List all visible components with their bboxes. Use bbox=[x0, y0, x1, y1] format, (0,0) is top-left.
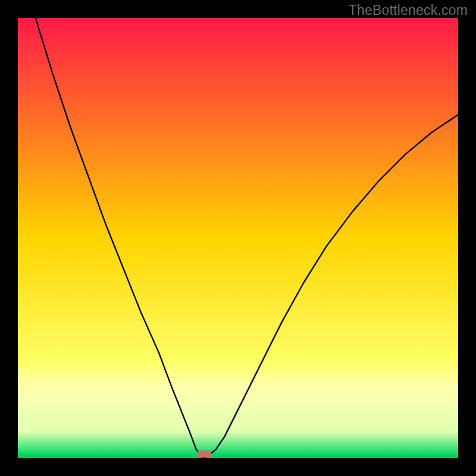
chart-frame: TheBottleneck.com bbox=[0, 0, 476, 476]
gradient-background bbox=[18, 18, 458, 458]
chart-svg bbox=[18, 18, 458, 458]
watermark-text: TheBottleneck.com bbox=[349, 2, 468, 18]
optimal-marker bbox=[196, 450, 211, 458]
plot-area bbox=[18, 18, 458, 458]
